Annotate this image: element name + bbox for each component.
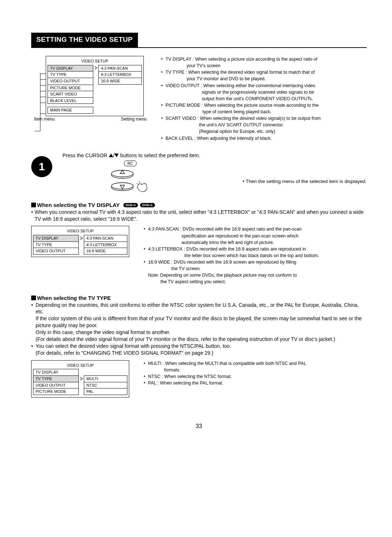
menu-option: 4:3 LETTERBOX [84, 241, 127, 248]
menu-item: BLACK LEVEL [48, 97, 93, 104]
remote-up-button-icon [110, 168, 134, 179]
step-number-badge: 1 [31, 156, 52, 177]
dvd-v-badge: DVD-V [123, 203, 138, 207]
menu-item: TV TYPE [33, 241, 79, 248]
menu-item: TV DISPLAY [48, 65, 93, 72]
menu-item: VIDEO OUTPUT [33, 248, 79, 255]
menu-option: 4:3 PAN-SCAN [84, 235, 127, 241]
menu-header: VIDEO SETUP [48, 58, 142, 65]
menu-video-setup-3: VIDEO SETUP TV DISPLAY TV TYPE MULTI VID… [31, 360, 129, 398]
square-bullet-icon [31, 296, 36, 300]
menu-item: PICTURE MODE [33, 388, 79, 395]
menu-option: 4:3 PAN-SCAN [98, 65, 142, 72]
menu-item: TV TYPE [48, 71, 93, 78]
section-tv-type-heading: When selecting the TV TYPE [31, 295, 367, 301]
svg-line-15 [139, 181, 140, 183]
tv-type-options-desc: •MULTI : When selecting the MULTI that i… [144, 360, 367, 387]
menu-option: 4:3 LETTERBOX [98, 71, 142, 78]
remote-down-button-icon [110, 180, 134, 191]
section-tv-display-heading: When selecting the TV DISPLAY DVD-V DVD-… [31, 202, 367, 208]
chevron-right-icon [79, 236, 83, 240]
menu-video-setup-2: VIDEO SETUP TV DISPLAY 4:3 PAN-SCAN TV T… [31, 226, 129, 257]
menu-item: VIDEO OUTPUT [48, 78, 93, 85]
remote-control-illustration: RC [110, 160, 150, 192]
menu-item: VIDEO OUTPUT [33, 382, 79, 388]
tv-display-options-desc: •4:3 PAN-SCAN : DVDs recorded with the 1… [144, 226, 367, 285]
chevron-right-icon [94, 66, 98, 70]
chevron-right-icon [79, 377, 83, 381]
menu-option: NTSC [84, 382, 127, 388]
menu-item: TV DISPLAY [33, 369, 79, 375]
hand-pointer-icon [136, 180, 150, 192]
svg-line-16 [136, 183, 138, 184]
top-descriptions: •TV DISPLAY : When selecting a picture s… [161, 56, 367, 142]
section-tv-display-body: •When you connect a normal TV with 4:3 a… [31, 209, 367, 223]
menu-video-setup-1: VIDEO SETUP TV DISPLAY 4:3 PAN-SCAN TV T… [46, 56, 144, 116]
menu-option: 16:9 WIDE [98, 78, 142, 85]
menu-option: 16:9 WIDE [84, 248, 127, 255]
menu-header: VIDEO SETUP [33, 362, 127, 369]
step-result: • Then the setting menu of the selected … [243, 158, 367, 192]
menu-item: TV DISPLAY [33, 235, 79, 241]
rc-label: RC [124, 160, 136, 166]
step-instruction: Press the CURSOR / buttons to select the… [62, 152, 367, 158]
dvd-a-badge: DVD-A [140, 203, 155, 207]
menu-item: PICTURE MODE [48, 85, 93, 91]
menu-option: MULTI [84, 375, 127, 382]
setting-menu-label: Setting menu [121, 117, 147, 122]
menu-item: SCART VIDEO [48, 91, 93, 97]
cursor-up-icon [109, 154, 113, 157]
menu-item: TV TYPE [33, 375, 79, 382]
menu-option: PAL [84, 388, 127, 395]
svg-point-13 [111, 183, 133, 189]
menu-main-page: MAIN PAGE [48, 107, 93, 114]
cursor-down-icon [114, 154, 119, 157]
section-tv-type-body: •Depending on the countries, this unit c… [31, 302, 367, 357]
menu-header: VIDEO SETUP [33, 228, 127, 235]
page-title: SETTING THE VIDEO SETUP [31, 33, 138, 47]
page-number: 33 [31, 423, 367, 430]
square-bullet-icon [31, 203, 36, 207]
tree-connector-icon [34, 73, 46, 135]
